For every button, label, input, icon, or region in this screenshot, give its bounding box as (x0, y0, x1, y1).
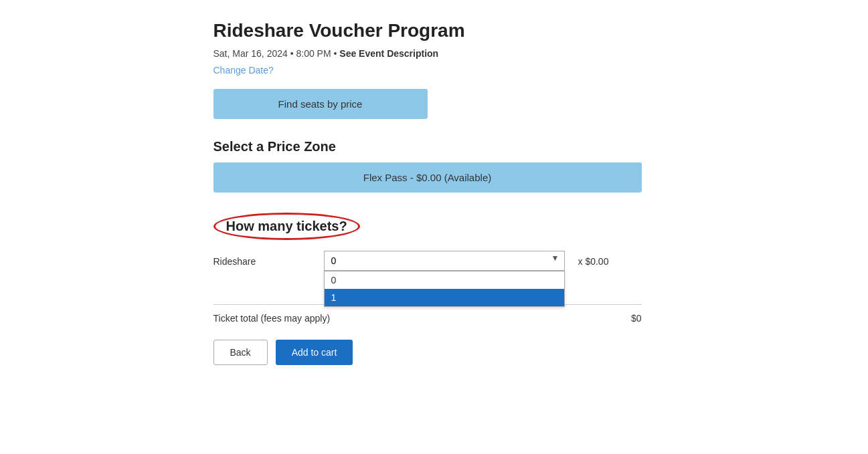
price-zone-section-title: Select a Price Zone (213, 139, 655, 154)
ticket-type-label: Rideshare (213, 251, 324, 267)
ticket-price-label: x $0.00 (578, 251, 609, 267)
separator-2: • (334, 48, 340, 59)
ticket-total-label: Ticket total (fees may apply) (213, 313, 331, 324)
event-meta: Sat, Mar 16, 2024 • 8:00 PM • See Event … (213, 48, 655, 59)
add-to-cart-button[interactable]: Add to cart (276, 340, 353, 365)
back-button[interactable]: Back (213, 340, 268, 365)
dropdown-option-1[interactable]: 1 (325, 289, 564, 306)
see-description-link[interactable]: See Event Description (339, 48, 438, 59)
change-date-link[interactable]: Change Date? (213, 65, 274, 76)
action-buttons: Back Add to cart (213, 340, 655, 365)
how-many-title: How many tickets? (213, 213, 360, 240)
ticket-total-value: $0 (631, 313, 642, 324)
ticket-dropdown-list: 0 1 (324, 271, 565, 307)
ticket-select-wrapper: 0 1 ▼ 0 1 (324, 251, 565, 271)
how-many-section: How many tickets? Rideshare 0 1 ▼ 0 1 x … (213, 213, 655, 271)
event-title: Rideshare Voucher Program (213, 20, 655, 41)
dropdown-option-0[interactable]: 0 (325, 271, 564, 289)
event-time: 8:00 PM (296, 48, 331, 59)
ticket-quantity-select[interactable]: 0 1 (324, 251, 565, 271)
ticket-total-row: Ticket total (fees may apply) $0 (213, 313, 642, 324)
event-date: Sat, Mar 16, 2024 (213, 48, 288, 59)
ticket-row: Rideshare 0 1 ▼ 0 1 x $0.00 (213, 251, 655, 271)
price-zone-button[interactable]: Flex Pass - $0.00 (Available) (213, 162, 642, 193)
find-seats-button[interactable]: Find seats by price (213, 89, 428, 119)
